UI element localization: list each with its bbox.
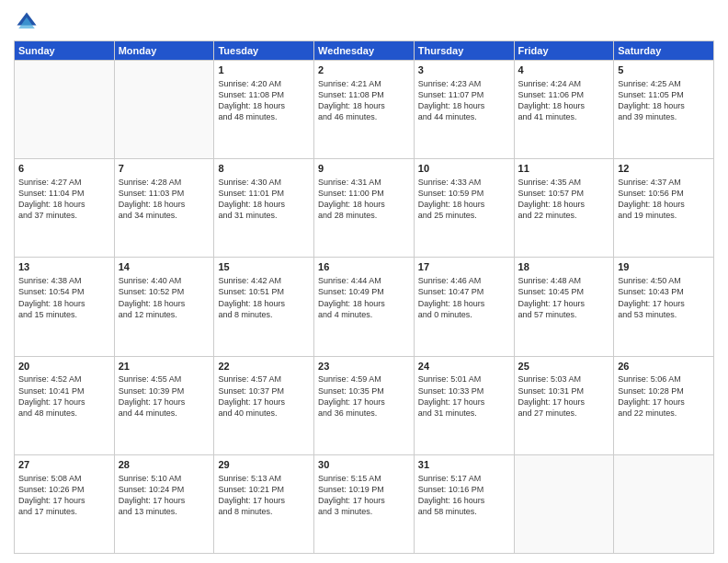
calendar-cell: 11Sunrise: 4:35 AMSunset: 10:57 PMDaylig… xyxy=(514,159,614,258)
day-info: Sunrise: 5:15 AMSunset: 10:19 PMDaylight… xyxy=(318,473,410,518)
calendar-week-5: 27Sunrise: 5:08 AMSunset: 10:26 PMDaylig… xyxy=(15,454,714,553)
weekday-header-saturday: Saturday xyxy=(614,41,714,61)
day-info: Sunrise: 4:23 AMSunset: 11:07 PMDaylight… xyxy=(418,78,510,123)
day-info: Sunrise: 5:06 AMSunset: 10:28 PMDaylight… xyxy=(618,373,710,419)
day-number: 19 xyxy=(618,260,710,274)
day-number: 17 xyxy=(418,260,510,274)
calendar-cell: 7Sunrise: 4:28 AMSunset: 11:03 PMDayligh… xyxy=(114,159,214,258)
day-info: Sunrise: 4:27 AMSunset: 11:04 PMDaylight… xyxy=(18,177,110,222)
calendar: SundayMondayTuesdayWednesdayThursdayFrid… xyxy=(14,40,714,554)
day-info: Sunrise: 4:31 AMSunset: 11:00 PMDaylight… xyxy=(318,177,410,222)
calendar-cell: 14Sunrise: 4:40 AMSunset: 10:52 PMDaylig… xyxy=(114,258,214,356)
calendar-cell: 8Sunrise: 4:30 AMSunset: 11:01 PMDayligh… xyxy=(214,159,314,258)
calendar-cell: 4Sunrise: 4:24 AMSunset: 11:06 PMDayligh… xyxy=(514,61,614,159)
day-info: Sunrise: 4:46 AMSunset: 10:47 PMDaylight… xyxy=(418,275,510,320)
calendar-cell: 5Sunrise: 4:25 AMSunset: 11:05 PMDayligh… xyxy=(614,61,714,159)
day-info: Sunrise: 4:50 AMSunset: 10:43 PMDaylight… xyxy=(618,275,710,320)
day-info: Sunrise: 5:03 AMSunset: 10:31 PMDaylight… xyxy=(518,373,610,419)
logo-icon xyxy=(14,9,40,35)
calendar-cell: 15Sunrise: 4:42 AMSunset: 10:51 PMDaylig… xyxy=(214,258,314,356)
day-number: 3 xyxy=(418,63,510,77)
day-number: 23 xyxy=(318,360,410,373)
weekday-header-sunday: Sunday xyxy=(15,41,115,61)
calendar-cell: 25Sunrise: 5:03 AMSunset: 10:31 PMDaylig… xyxy=(514,356,614,454)
day-info: Sunrise: 4:20 AMSunset: 11:08 PMDaylight… xyxy=(218,78,310,123)
calendar-cell: 23Sunrise: 4:59 AMSunset: 10:35 PMDaylig… xyxy=(314,356,415,454)
header xyxy=(14,9,714,35)
day-number: 26 xyxy=(618,360,710,373)
weekday-header-thursday: Thursday xyxy=(414,41,514,61)
day-info: Sunrise: 4:21 AMSunset: 11:08 PMDaylight… xyxy=(318,78,410,123)
calendar-week-2: 6Sunrise: 4:27 AMSunset: 11:04 PMDayligh… xyxy=(15,159,714,258)
day-number: 1 xyxy=(218,63,310,77)
day-number: 25 xyxy=(518,360,610,373)
calendar-cell xyxy=(114,61,214,159)
day-number: 29 xyxy=(218,458,310,472)
calendar-cell: 20Sunrise: 4:52 AMSunset: 10:41 PMDaylig… xyxy=(15,356,115,454)
calendar-week-1: 1Sunrise: 4:20 AMSunset: 11:08 PMDayligh… xyxy=(15,61,714,159)
calendar-cell: 1Sunrise: 4:20 AMSunset: 11:08 PMDayligh… xyxy=(214,61,314,159)
calendar-cell: 28Sunrise: 5:10 AMSunset: 10:24 PMDaylig… xyxy=(114,454,214,553)
calendar-cell: 27Sunrise: 5:08 AMSunset: 10:26 PMDaylig… xyxy=(15,454,115,553)
calendar-cell: 9Sunrise: 4:31 AMSunset: 11:00 PMDayligh… xyxy=(314,159,415,258)
day-number: 18 xyxy=(518,260,610,274)
day-info: Sunrise: 4:48 AMSunset: 10:45 PMDaylight… xyxy=(518,275,610,320)
calendar-cell: 21Sunrise: 4:55 AMSunset: 10:39 PMDaylig… xyxy=(114,356,214,454)
calendar-cell: 31Sunrise: 5:17 AMSunset: 10:16 PMDaylig… xyxy=(414,454,514,553)
weekday-header-monday: Monday xyxy=(114,41,214,61)
day-info: Sunrise: 5:10 AMSunset: 10:24 PMDaylight… xyxy=(119,473,210,518)
day-number: 7 xyxy=(119,162,210,176)
day-number: 12 xyxy=(618,162,710,176)
day-info: Sunrise: 4:30 AMSunset: 11:01 PMDaylight… xyxy=(218,177,310,222)
day-number: 27 xyxy=(18,458,110,472)
day-number: 11 xyxy=(518,162,610,176)
calendar-cell: 26Sunrise: 5:06 AMSunset: 10:28 PMDaylig… xyxy=(614,356,714,454)
day-number: 5 xyxy=(618,63,710,77)
calendar-cell xyxy=(15,61,115,159)
day-info: Sunrise: 4:35 AMSunset: 10:57 PMDaylight… xyxy=(518,177,610,222)
day-info: Sunrise: 4:24 AMSunset: 11:06 PMDaylight… xyxy=(518,78,610,123)
day-number: 30 xyxy=(318,458,410,472)
day-info: Sunrise: 4:57 AMSunset: 10:37 PMDaylight… xyxy=(218,373,310,419)
day-info: Sunrise: 4:25 AMSunset: 11:05 PMDaylight… xyxy=(618,78,710,123)
day-info: Sunrise: 4:37 AMSunset: 10:56 PMDaylight… xyxy=(618,177,710,222)
day-info: Sunrise: 5:01 AMSunset: 10:33 PMDaylight… xyxy=(418,373,510,419)
day-number: 14 xyxy=(119,260,210,274)
calendar-cell: 18Sunrise: 4:48 AMSunset: 10:45 PMDaylig… xyxy=(514,258,614,356)
day-number: 6 xyxy=(18,162,110,176)
day-number: 13 xyxy=(18,260,110,274)
calendar-cell: 12Sunrise: 4:37 AMSunset: 10:56 PMDaylig… xyxy=(614,159,714,258)
calendar-cell: 24Sunrise: 5:01 AMSunset: 10:33 PMDaylig… xyxy=(414,356,514,454)
calendar-cell: 17Sunrise: 4:46 AMSunset: 10:47 PMDaylig… xyxy=(414,258,514,356)
calendar-cell: 29Sunrise: 5:13 AMSunset: 10:21 PMDaylig… xyxy=(214,454,314,553)
calendar-week-4: 20Sunrise: 4:52 AMSunset: 10:41 PMDaylig… xyxy=(15,356,714,454)
day-number: 28 xyxy=(119,458,210,472)
day-number: 20 xyxy=(18,360,110,373)
weekday-header-row: SundayMondayTuesdayWednesdayThursdayFrid… xyxy=(15,41,714,61)
calendar-cell xyxy=(514,454,614,553)
weekday-header-friday: Friday xyxy=(514,41,614,61)
day-info: Sunrise: 4:55 AMSunset: 10:39 PMDaylight… xyxy=(119,373,210,419)
day-number: 2 xyxy=(318,63,410,77)
day-info: Sunrise: 5:08 AMSunset: 10:26 PMDaylight… xyxy=(18,473,110,518)
calendar-cell xyxy=(614,454,714,553)
calendar-cell: 22Sunrise: 4:57 AMSunset: 10:37 PMDaylig… xyxy=(214,356,314,454)
calendar-cell: 6Sunrise: 4:27 AMSunset: 11:04 PMDayligh… xyxy=(15,159,115,258)
calendar-cell: 2Sunrise: 4:21 AMSunset: 11:08 PMDayligh… xyxy=(314,61,415,159)
calendar-cell: 10Sunrise: 4:33 AMSunset: 10:59 PMDaylig… xyxy=(414,159,514,258)
day-info: Sunrise: 4:40 AMSunset: 10:52 PMDaylight… xyxy=(119,275,210,320)
calendar-cell: 19Sunrise: 4:50 AMSunset: 10:43 PMDaylig… xyxy=(614,258,714,356)
day-number: 16 xyxy=(318,260,410,274)
day-number: 9 xyxy=(318,162,410,176)
calendar-week-3: 13Sunrise: 4:38 AMSunset: 10:54 PMDaylig… xyxy=(15,258,714,356)
calendar-cell: 3Sunrise: 4:23 AMSunset: 11:07 PMDayligh… xyxy=(414,61,514,159)
day-number: 24 xyxy=(418,360,510,373)
calendar-cell: 13Sunrise: 4:38 AMSunset: 10:54 PMDaylig… xyxy=(15,258,115,356)
day-number: 21 xyxy=(119,360,210,373)
day-info: Sunrise: 4:42 AMSunset: 10:51 PMDaylight… xyxy=(218,275,310,320)
day-info: Sunrise: 4:59 AMSunset: 10:35 PMDaylight… xyxy=(318,373,410,419)
calendar-cell: 16Sunrise: 4:44 AMSunset: 10:49 PMDaylig… xyxy=(314,258,415,356)
day-number: 22 xyxy=(218,360,310,373)
logo xyxy=(14,9,43,35)
weekday-header-tuesday: Tuesday xyxy=(214,41,314,61)
